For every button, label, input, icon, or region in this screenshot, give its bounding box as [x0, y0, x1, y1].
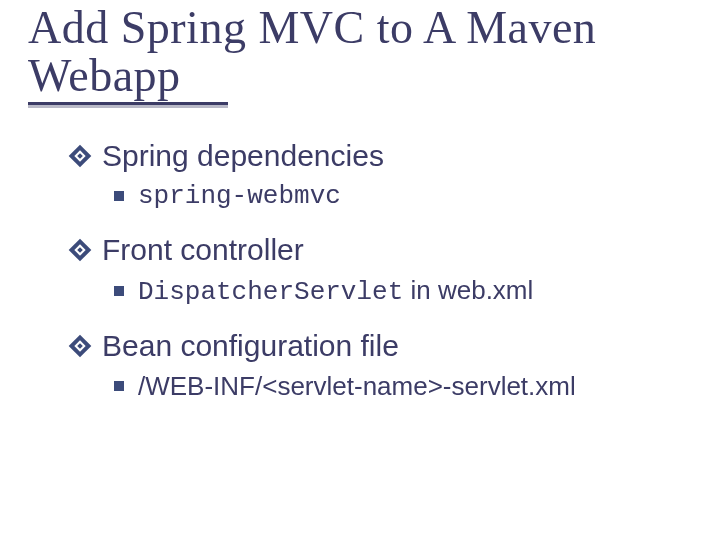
subitem-code: DispatcherServlet	[138, 277, 403, 307]
slide-content: Spring dependencies spring-webmvc Front …	[72, 139, 692, 402]
list-item: Front controller	[72, 233, 692, 267]
subitem-text: /WEB-INF/<servlet-name>-servlet.xml	[138, 371, 576, 402]
list-item: Bean configuration file	[72, 329, 692, 363]
list-item: Spring dependencies	[72, 139, 692, 173]
subitem-tail: in web.xml	[403, 275, 533, 305]
list-subitem: /WEB-INF/<servlet-name>-servlet.xml	[114, 371, 692, 402]
square-bullet-icon	[114, 286, 124, 296]
list-subitem: DispatcherServlet in web.xml	[114, 275, 692, 307]
subitem-text: DispatcherServlet in web.xml	[138, 275, 533, 307]
subitem-code: spring-webmvc	[138, 181, 341, 211]
diamond-bullet-icon	[72, 338, 88, 354]
slide: Add Spring MVC to A Maven Webapp Spring …	[0, 0, 720, 540]
title-line-2: Webapp	[28, 50, 181, 101]
square-bullet-icon	[114, 191, 124, 201]
item-heading: Front controller	[102, 233, 304, 267]
item-heading: Spring dependencies	[102, 139, 384, 173]
list-subitem: spring-webmvc	[114, 181, 692, 211]
item-heading: Bean configuration file	[102, 329, 399, 363]
square-bullet-icon	[114, 381, 124, 391]
diamond-bullet-icon	[72, 242, 88, 258]
title-underline	[28, 102, 228, 105]
diamond-bullet-icon	[72, 148, 88, 164]
slide-title: Add Spring MVC to A Maven Webapp	[28, 4, 692, 100]
title-line-1: Add Spring MVC to A Maven	[28, 2, 596, 53]
